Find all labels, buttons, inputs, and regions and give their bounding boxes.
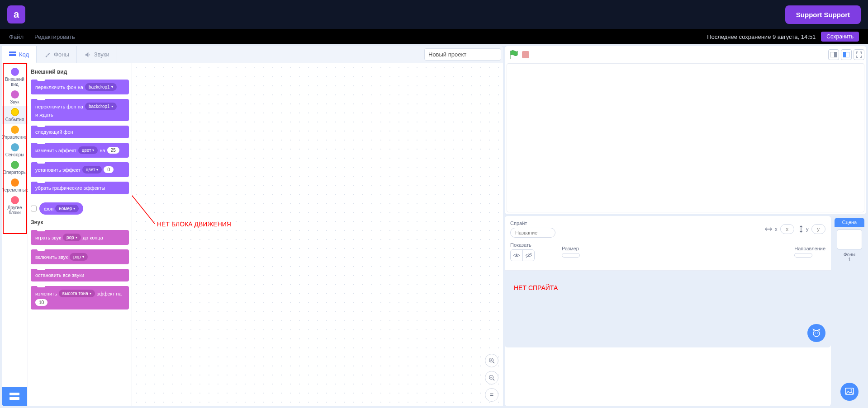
zoom-out-button[interactable]	[485, 371, 498, 385]
sprite-direction-input[interactable]	[794, 253, 812, 258]
dropdown-effect[interactable]: цвет	[82, 166, 102, 174]
project-name-input[interactable]	[424, 48, 501, 61]
stage-thumbnail[interactable]	[837, 230, 862, 249]
svg-line-4	[493, 362, 495, 364]
cat-icon	[811, 328, 821, 338]
svg-text:+: +	[18, 393, 19, 396]
stage-canvas[interactable]	[507, 63, 864, 212]
y-arrow-icon	[799, 225, 803, 233]
show-label: Показать	[510, 242, 535, 248]
cat-operators-label: Операторы	[3, 170, 26, 175]
block-switch-backdrop[interactable]: переключить фон на backdrop1	[31, 80, 129, 94]
reporter-checkbox[interactable]	[31, 206, 37, 211]
svg-rect-16	[843, 52, 846, 57]
stage-large-button[interactable]	[841, 49, 852, 60]
menu-file[interactable]: Файл	[9, 33, 24, 40]
cat-myblocks-label: Другие блоки	[2, 205, 28, 215]
block-label: до конца	[83, 235, 103, 240]
sprite-list[interactable]: НЕТ СПРАЙТА	[505, 271, 831, 347]
svg-point-21	[817, 333, 818, 333]
svg-point-17	[516, 254, 517, 256]
input-number[interactable]: 0	[104, 166, 114, 173]
block-label: следующий фон	[35, 129, 73, 135]
brush-icon	[44, 52, 51, 57]
cat-sensing-label: Сенсоры	[5, 152, 24, 157]
input-number[interactable]: 10	[35, 299, 47, 306]
cat-sensing[interactable]: Сенсоры	[2, 141, 28, 159]
support-button[interactable]: Support Support	[785, 5, 861, 24]
sprite-name-input[interactable]	[510, 228, 555, 238]
cat-control[interactable]: Управление	[2, 124, 28, 141]
dropdown-reporter[interactable]: номер	[55, 205, 79, 212]
show-hidden-button[interactable]	[522, 250, 534, 261]
stage-small-button[interactable]	[828, 49, 839, 60]
x-label: x	[775, 226, 778, 232]
sprite-x-input[interactable]: x	[780, 224, 795, 234]
block-start-sound[interactable]: включить звук pop	[31, 249, 129, 264]
cat-operators[interactable]: Операторы	[2, 159, 28, 177]
stage-wrapper	[505, 46, 866, 214]
block-switch-backdrop-wait[interactable]: переключить фон на backdrop1 и ждать	[31, 99, 129, 121]
zoom-reset-button[interactable]: =	[485, 388, 498, 402]
menu-edit[interactable]: Редактировать	[34, 33, 75, 40]
show-visible-button[interactable]	[511, 250, 522, 261]
sprite-size-input[interactable]	[562, 253, 580, 258]
save-button[interactable]: Сохранить	[821, 32, 859, 42]
block-change-effect[interactable]: изменить эффект цвет на 25	[31, 143, 129, 158]
top-header: a Support Support	[0, 0, 868, 29]
app-logo[interactable]: a	[7, 5, 25, 23]
svg-rect-0	[9, 52, 16, 53]
dropdown-backdrop[interactable]: backdrop1	[85, 83, 117, 91]
palette-sound-header: Звук	[31, 219, 129, 225]
green-flag-button[interactable]	[509, 50, 518, 60]
dropdown-backdrop[interactable]: backdrop1	[85, 103, 117, 110]
stage-selector[interactable]: Сцена Фоны 1	[833, 216, 866, 406]
block-label: и ждать	[35, 112, 53, 117]
dropdown-sound[interactable]: pop	[70, 253, 88, 261]
block-clear-effects[interactable]: убрать графические эффекты	[31, 182, 129, 194]
dropdown-sound[interactable]: pop	[63, 234, 81, 241]
svg-point-19	[813, 330, 820, 337]
cat-myblocks[interactable]: Другие блоки	[2, 194, 28, 217]
sprite-label: Спрайт	[510, 220, 555, 226]
block-stop-sounds[interactable]: остановить все звуки	[31, 269, 129, 281]
tab-code[interactable]: Код	[2, 46, 37, 63]
backdrops-label: Фоны	[844, 252, 855, 257]
tab-sounds[interactable]: Звуки	[77, 46, 117, 63]
block-label: эффект на	[97, 291, 122, 296]
block-play-sound-done[interactable]: играть звук pop до конца	[31, 230, 129, 245]
svg-rect-1	[9, 54, 16, 56]
code-icon	[9, 52, 16, 57]
cat-events[interactable]: События	[2, 106, 28, 124]
block-next-backdrop[interactable]: следующий фон	[31, 126, 129, 138]
block-set-effect[interactable]: установить эффект цвет 0	[31, 162, 129, 177]
dropdown-pitch[interactable]: высота тона	[59, 290, 95, 297]
block-label: остановить все звуки	[35, 272, 84, 278]
backpack-button[interactable]: +	[2, 387, 27, 406]
script-workspace[interactable]: НЕТ БЛОКА ДВИЖЕНИЯ =	[132, 63, 503, 406]
cat-looks-label: Внешний вид	[2, 77, 28, 87]
input-number[interactable]: 25	[107, 147, 119, 154]
stage-fullscreen-button[interactable]	[854, 49, 864, 60]
svg-line-8	[493, 379, 495, 381]
block-palette[interactable]: Внешний вид переключить фон на backdrop1…	[28, 63, 132, 406]
annotation-arrow	[132, 63, 313, 244]
cat-variables-label: Переменные	[2, 188, 28, 192]
block-label: изменить эффект	[35, 148, 76, 153]
add-sprite-button[interactable]	[807, 324, 825, 342]
block-label: играть звук	[35, 235, 61, 240]
stop-button[interactable]	[522, 51, 529, 58]
add-backdrop-button[interactable]	[840, 383, 859, 401]
direction-label: Направление	[794, 246, 825, 251]
cat-sound[interactable]: Звук	[2, 89, 28, 106]
sprite-y-input[interactable]: y	[811, 224, 826, 234]
block-backdrop-reporter[interactable]: фон номер	[39, 202, 83, 215]
tab-costumes[interactable]: Фоны	[37, 46, 77, 63]
block-change-pitch[interactable]: изменить высота тона эффект на 10	[31, 286, 129, 310]
cat-looks[interactable]: Внешний вид	[2, 66, 28, 89]
block-label: на	[100, 148, 105, 153]
backdrops-count: 1	[844, 257, 855, 262]
dropdown-effect[interactable]: цвет	[78, 146, 98, 154]
cat-variables[interactable]: Переменные	[2, 177, 28, 194]
zoom-in-button[interactable]	[485, 354, 498, 367]
